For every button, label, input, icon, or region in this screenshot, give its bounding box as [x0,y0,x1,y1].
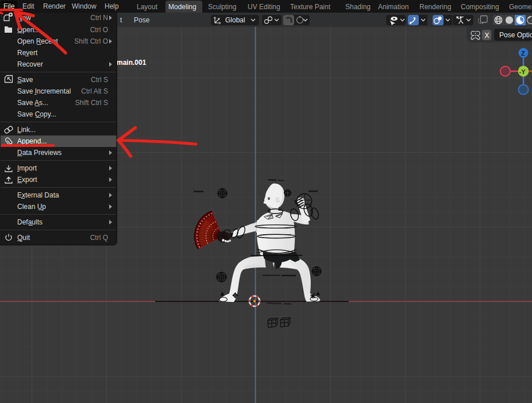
svg-text:Quit: Quit [17,234,30,242]
svg-text:Save: Save [17,76,33,84]
svg-text:Shift Ctrl O: Shift Ctrl O [74,37,108,45]
svg-text:Pose: Pose [134,16,150,24]
svg-text:Link...: Link... [17,126,36,134]
svg-text:X: X [485,32,489,40]
svg-text:Z: Z [521,50,525,57]
svg-text:Global: Global [225,16,245,24]
svg-text:Save As...: Save As... [17,99,48,107]
svg-text:Ctrl O: Ctrl O [90,26,108,34]
svg-text:Save Copy...: Save Copy... [17,110,56,118]
svg-text:Help: Help [105,2,119,10]
svg-text:Defaults: Defaults [17,218,43,226]
svg-text:Revert: Revert [17,49,38,57]
svg-text:Sculpting: Sculpting [208,3,236,11]
svg-text:Geome: Geome [509,3,532,11]
svg-text:-Y: -Y [519,68,526,75]
svg-text:Ctrl S: Ctrl S [91,76,108,84]
svg-text:Ctrl Q: Ctrl Q [90,234,108,242]
svg-text:Compositing: Compositing [461,3,499,11]
svg-text:Window: Window [72,2,97,10]
svg-text:Ctrl N: Ctrl N [90,14,108,22]
svg-text:Recover: Recover [17,60,43,68]
svg-text:Animation: Animation [378,3,408,11]
svg-text:External Data: External Data [17,191,59,199]
svg-text:Data Previews: Data Previews [17,149,61,157]
svg-text:Pose Optio: Pose Optio [499,31,532,39]
svg-text:Layout: Layout [137,3,158,11]
svg-text:Edit: Edit [22,2,34,10]
svg-text:Modeling: Modeling [168,3,196,11]
svg-text:Export: Export [17,176,37,184]
svg-text:Ctrl Alt S: Ctrl Alt S [81,87,108,95]
svg-text:Render: Render [43,2,65,10]
svg-text:Shift Ctrl S: Shift Ctrl S [75,99,108,107]
svg-text:Rendering: Rendering [419,3,451,11]
svg-text:Texture Paint: Texture Paint [290,3,331,11]
svg-text:Import: Import [17,164,37,172]
svg-text:main.001: main.001 [117,59,147,67]
svg-text:Clean Up: Clean Up [17,203,46,211]
svg-text:Save Incremental: Save Incremental [17,87,71,95]
svg-text:UV Editing: UV Editing [248,3,280,11]
svg-text:Append...: Append... [17,137,47,145]
svg-text:Shading: Shading [345,3,371,11]
